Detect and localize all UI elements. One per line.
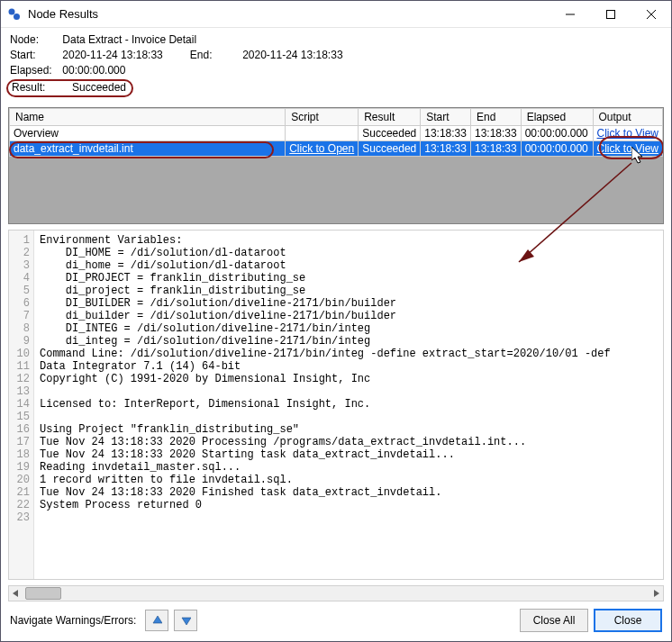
table-row[interactable]: Overview Succeeded 13:18:33 13:18:33 00:… — [10, 126, 663, 141]
cell-start: 13:18:33 — [421, 141, 471, 157]
svg-marker-9 — [654, 590, 659, 597]
result-value: Succeeded — [72, 81, 126, 94]
result-annotation: Result: Succeeded — [6, 79, 133, 97]
scroll-right-icon[interactable] — [649, 586, 663, 601]
table-row[interactable]: data_extract_invdetail.int Click to Open… — [10, 141, 663, 157]
close-window-button[interactable] — [631, 1, 671, 28]
horizontal-scrollbar[interactable] — [8, 585, 664, 601]
nav-down-button[interactable] — [174, 610, 197, 631]
elapsed-label: Elapsed: — [10, 64, 59, 77]
cell-name: data_extract_invdetail.int — [10, 141, 286, 157]
end-label: End: — [190, 49, 240, 61]
svg-point-1 — [14, 14, 20, 20]
results-table-container: Name Script Result Start End Elapsed Out… — [8, 107, 664, 224]
elapsed-value: 00:00:00.000 — [62, 64, 125, 77]
svg-point-0 — [9, 8, 15, 14]
col-name[interactable]: Name — [10, 109, 286, 126]
output-link[interactable]: Click to View — [597, 127, 658, 140]
log-text[interactable]: Environment Variables: DI_HOME = /di/sol… — [34, 231, 663, 579]
titlebar: Node Results — [1, 1, 671, 28]
close-all-button[interactable]: Close All — [520, 609, 588, 632]
results-table[interactable]: Name Script Result Start End Elapsed Out… — [9, 108, 663, 157]
svg-marker-10 — [153, 616, 162, 623]
start-value: 2020-11-24 13:18:33 — [62, 49, 162, 61]
cell-result: Succeeded — [359, 126, 421, 141]
node-label: Node: — [10, 33, 59, 46]
col-start[interactable]: Start — [421, 109, 471, 126]
col-script[interactable]: Script — [286, 109, 359, 126]
col-end[interactable]: End — [470, 109, 521, 126]
nav-up-button[interactable] — [145, 610, 168, 631]
svg-rect-3 — [606, 10, 614, 18]
maximize-button[interactable] — [590, 1, 631, 28]
log-viewer: 1 2 3 4 5 6 7 8 9 10 11 12 13 14 15 16 1… — [8, 230, 664, 580]
result-label: Result: — [12, 81, 61, 94]
cell-end: 13:18:33 — [470, 126, 521, 141]
scroll-thumb[interactable] — [25, 587, 61, 600]
close-button[interactable]: Close — [594, 609, 662, 632]
cell-elapsed: 00:00:00.000 — [521, 141, 593, 157]
cell-elapsed: 00:00:00.000 — [521, 126, 593, 141]
end-value: 2020-11-24 13:18:33 — [242, 49, 342, 61]
start-label: Start: — [10, 49, 59, 61]
nav-label: Navigate Warnings/Errors: — [10, 614, 136, 627]
cell-start: 13:18:33 — [421, 126, 471, 141]
svg-marker-8 — [13, 590, 18, 597]
cell-end: 13:18:33 — [470, 141, 521, 157]
script-link[interactable]: Click to Open — [289, 142, 354, 155]
cell-result: Succeeded — [359, 141, 421, 157]
window-title: Node Results — [28, 7, 98, 21]
output-link[interactable]: Click to View — [597, 142, 658, 155]
app-icon — [6, 6, 23, 23]
col-output[interactable]: Output — [593, 109, 662, 126]
node-value: Data Extract - Invoice Detail — [62, 33, 196, 46]
cell-name: Overview — [10, 126, 286, 141]
scroll-left-icon[interactable] — [9, 586, 23, 601]
cell-script — [286, 126, 359, 141]
col-result[interactable]: Result — [359, 109, 421, 126]
svg-marker-11 — [182, 618, 191, 625]
col-elapsed[interactable]: Elapsed — [521, 109, 593, 126]
line-gutter: 1 2 3 4 5 6 7 8 9 10 11 12 13 14 15 16 1… — [9, 231, 34, 579]
minimize-button[interactable] — [549, 1, 590, 28]
